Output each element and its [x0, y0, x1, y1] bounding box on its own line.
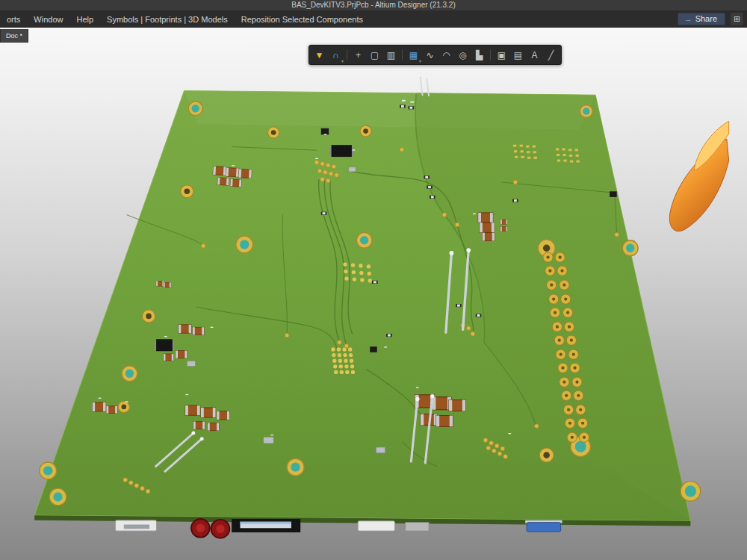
ic-chip-small[interactable] [370, 346, 376, 352]
image-button[interactable]: ▤ [510, 47, 526, 63]
ic-chip[interactable] [332, 146, 352, 157]
area-select-icon: ▢ [371, 50, 379, 60]
share-button[interactable]: → Share [678, 13, 725, 25]
window-titlebar[interactable]: BAS_DevKITV3.PrjPcb - Altium Designer (2… [0, 0, 747, 10]
menu-item-symbols-footprints-3d-models[interactable]: Symbols | Footprints | 3D Models [100, 10, 235, 28]
step-icon: ▙ [476, 50, 483, 60]
fill-button[interactable]: ▣ [494, 47, 509, 63]
ic-pins [172, 341, 174, 349]
document-tab-pcbdoc[interactable]: Doc * [0, 29, 28, 43]
barrel-jack-center [196, 524, 205, 532]
pad-grid-button[interactable]: ▦ ▾ [406, 47, 421, 63]
chevron-down-icon: ▾ [341, 58, 344, 63]
via-icon: ◎ [459, 50, 466, 60]
board-planning-icon: ▥ [387, 50, 395, 60]
menu-item-help[interactable]: Help [69, 10, 100, 28]
move-icon: + [356, 50, 361, 60]
barrel-jack-center [216, 525, 224, 533]
line-icon: ╱ [548, 50, 554, 60]
ic-pins [329, 146, 332, 155]
pcb-3d-canvas[interactable] [0, 28, 747, 560]
snapping-button[interactable]: ∩ ▾ [328, 47, 344, 63]
usb-connector[interactable] [358, 521, 394, 531]
pcb-board[interactable] [34, 90, 690, 526]
menu-item-window[interactable]: Window [27, 10, 69, 28]
via-button[interactable]: ◎ [455, 47, 471, 63]
text-icon: A [531, 50, 537, 60]
orange-ribbon-object[interactable] [669, 121, 728, 231]
usb-connector-slot [124, 525, 149, 529]
snapping-icon: ∩ [332, 50, 339, 60]
vga-connector[interactable] [527, 523, 561, 532]
ic-chip-small[interactable] [321, 128, 329, 135]
line-button[interactable]: ╱ [543, 47, 559, 63]
menu-item-reports[interactable]: orts [0, 10, 27, 28]
net-button[interactable]: ∿ [422, 47, 438, 63]
step-button[interactable]: ▙ [471, 47, 487, 63]
menu-bar: orts Window Help Symbols | Footprints | … [0, 10, 747, 28]
pad-grid-icon: ▦ [409, 50, 418, 60]
share-arrow-icon: → [684, 14, 692, 23]
document-tab-label: Doc * [6, 32, 22, 40]
selection-filter-icon: ▼ [315, 50, 324, 60]
arc-icon: ◠ [442, 50, 450, 60]
apps-grid-icon[interactable]: ⊞ [730, 12, 744, 26]
small-connector[interactable] [406, 523, 429, 531]
ic-chip-small[interactable] [610, 191, 616, 197]
floating-toolbar: ▼ ∩ ▾ + ▢ ▥ ▦ ▾ ∿ ◠ ◎ ▙ ▣ ▤ A ╱ [309, 45, 562, 65]
toolbar-separator [402, 49, 403, 60]
toolbar-separator [347, 49, 347, 60]
window-title: BAS_DevKITV3.PrjPcb - Altium Designer (2… [291, 0, 456, 10]
board-planning-button[interactable]: ▥ [383, 47, 399, 63]
share-button-label: Share [695, 14, 717, 23]
fill-icon: ▣ [498, 50, 506, 60]
arc-button[interactable]: ◠ [438, 47, 454, 63]
image-icon: ▤ [514, 50, 522, 60]
net-icon: ∿ [426, 50, 433, 60]
ic-pins [352, 146, 354, 155]
toolbar-separator [490, 49, 491, 60]
display-connector-stripe [241, 522, 291, 524]
move-button[interactable]: + [350, 47, 366, 63]
chevron-down-icon: ▾ [419, 58, 421, 63]
area-select-button[interactable]: ▢ [367, 47, 382, 63]
ic-pins [155, 341, 157, 349]
selection-filter-button[interactable]: ▼ [311, 47, 327, 63]
text-button[interactable]: A [527, 47, 542, 63]
pcb-3d-viewport[interactable] [0, 28, 747, 560]
ic-chip[interactable] [156, 340, 172, 351]
menu-item-reposition-selected-components[interactable]: Reposition Selected Components [235, 10, 370, 28]
